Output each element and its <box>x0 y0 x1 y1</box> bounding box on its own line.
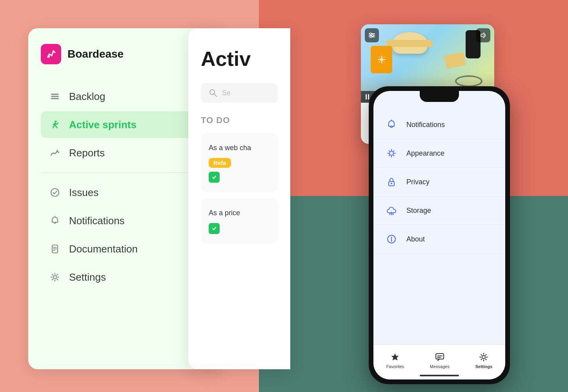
nav-divider <box>41 172 212 173</box>
svg-rect-1 <box>51 94 59 95</box>
svg-point-20 <box>372 34 373 36</box>
sidebar-label-backlog: Backlog <box>69 91 106 103</box>
phone-mockup: Notifications <box>369 86 510 384</box>
sidebar-item-active-sprints[interactable]: Active sprints <box>41 111 212 138</box>
gear-nav-icon <box>478 352 489 363</box>
phone-nav-messages-label: Messages <box>430 364 450 369</box>
phone-bottom-nav: Favorites Messages <box>373 344 505 379</box>
sidebar-label-reports: Reports <box>69 147 105 159</box>
todo-label: TO DO <box>201 115 278 125</box>
layers-icon <box>49 90 61 103</box>
logo-svg <box>45 48 57 60</box>
svg-rect-3 <box>51 98 59 99</box>
svg-line-31 <box>393 151 394 152</box>
phone-nav-favorites-label: Favorites <box>386 364 404 369</box>
phone-menu-item-notifications[interactable]: Notifications <box>373 111 505 139</box>
app-name: Boardease <box>67 48 124 60</box>
sidebar-item-settings[interactable]: Settings <box>41 264 212 290</box>
svg-point-19 <box>370 33 371 34</box>
gear-icon <box>49 271 61 283</box>
video-overlay-top <box>361 24 494 46</box>
svg-point-34 <box>391 183 392 184</box>
phone-menu-item-privacy[interactable]: Privacy <box>373 168 505 196</box>
phone-nav-settings[interactable]: Settings <box>475 352 492 369</box>
svg-point-0 <box>47 55 50 58</box>
chat-icon <box>434 352 445 363</box>
volume-button[interactable] <box>476 28 490 42</box>
search-placeholder: Se <box>222 89 231 97</box>
page-title: Activ <box>201 47 278 71</box>
sidebar-item-notifications[interactable]: Notifications <box>41 207 212 234</box>
svg-point-5 <box>51 189 59 196</box>
task-text-2: As a price <box>209 208 270 218</box>
search-bar[interactable]: Se <box>201 83 278 103</box>
phone-menu-item-storage[interactable]: Storage <box>373 196 505 225</box>
task-icon-1 <box>209 172 220 183</box>
phone-nav-favorites[interactable]: Favorites <box>386 352 404 369</box>
task-card-2: As a price <box>201 198 278 243</box>
lock-icon <box>384 175 399 189</box>
star-icon <box>390 352 401 363</box>
svg-line-13 <box>214 94 217 96</box>
cloud-icon <box>384 203 399 218</box>
pause-icon[interactable] <box>366 94 369 100</box>
home-indicator <box>420 375 459 376</box>
svg-rect-42 <box>436 354 444 359</box>
sidebar-label-active-sprints: Active sprints <box>69 119 137 131</box>
phone-menu-item-appearance[interactable]: Appearance <box>373 139 505 168</box>
svg-marker-41 <box>391 353 399 361</box>
phone-content: Notifications <box>373 91 505 348</box>
phone-nav-messages[interactable]: Messages <box>430 352 450 369</box>
phone-privacy-label: Privacy <box>406 178 430 186</box>
sidebar-label-settings: Settings <box>69 271 106 283</box>
info-icon <box>384 232 399 246</box>
phone-nav-settings-label: Settings <box>475 364 492 369</box>
svg-point-11 <box>53 276 56 279</box>
task-card-1: As a web cha Refa <box>201 133 278 192</box>
phone-notch <box>420 91 459 102</box>
filter-button[interactable] <box>365 28 379 42</box>
task-tag-1: Refa <box>209 158 231 168</box>
sidebar-item-documentation[interactable]: Documentation <box>41 236 212 262</box>
main-content-panel: Activ Se TO DO As a web cha Refa As a pr… <box>188 28 290 369</box>
svg-point-21 <box>370 36 372 38</box>
runner-icon <box>49 118 61 131</box>
task-icon-2 <box>209 223 220 234</box>
phone-about-label: About <box>406 235 425 243</box>
svg-rect-2 <box>51 96 59 97</box>
chart-icon <box>49 147 61 159</box>
sidebar-label-issues: Issues <box>69 187 98 199</box>
sidebar-label-notifications: Notifications <box>69 215 125 227</box>
check-circle-icon <box>49 186 61 199</box>
svg-point-45 <box>482 356 485 359</box>
phone-notifications-label: Notifications <box>406 121 445 129</box>
bell-icon <box>384 118 399 132</box>
logo-icon <box>41 44 61 64</box>
nav-top-section: Backlog Active sprints Reports <box>41 83 212 166</box>
sun-icon <box>384 146 399 160</box>
svg-line-29 <box>389 151 390 152</box>
sidebar-item-reports[interactable]: Reports <box>41 140 212 166</box>
bell-icon <box>49 214 61 227</box>
search-icon <box>209 89 217 97</box>
svg-point-12 <box>210 90 215 94</box>
svg-line-30 <box>393 155 394 156</box>
phone-storage-label: Storage <box>406 207 431 215</box>
sidebar-item-backlog[interactable]: Backlog <box>41 83 212 110</box>
sidebar-label-documentation: Documentation <box>69 243 138 255</box>
task-text-1: As a web cha <box>209 143 270 153</box>
sidebar-item-issues[interactable]: Issues <box>41 179 212 206</box>
app-logo: Boardease <box>41 44 212 64</box>
nav-bottom-section: Issues Notifications <box>41 179 212 290</box>
svg-rect-15 <box>211 225 217 232</box>
svg-rect-14 <box>211 174 217 180</box>
svg-point-24 <box>390 151 393 155</box>
phone-menu-item-about[interactable]: About <box>373 225 505 254</box>
doc-icon <box>49 243 61 255</box>
phone-screen: Notifications <box>373 91 505 379</box>
svg-point-40 <box>391 237 392 238</box>
svg-line-32 <box>389 155 390 156</box>
svg-point-4 <box>55 121 57 123</box>
svg-marker-22 <box>481 33 484 38</box>
sliders-icon <box>368 32 375 39</box>
